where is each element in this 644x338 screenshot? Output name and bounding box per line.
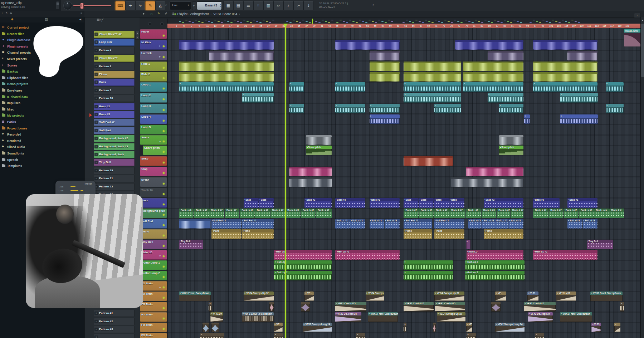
collapse-icon[interactable]: ▴ [159, 286, 161, 289]
track-led[interactable] [163, 214, 165, 216]
track-header[interactable]: Track 16 [140, 188, 167, 197]
track-led[interactable] [163, 130, 165, 132]
master-pitch-thumb[interactable] [80, 3, 84, 9]
tempo-tap-panel-button[interactable]: ➣ [293, 1, 303, 10]
pattern-item[interactable]: ≡Soft Pad [94, 127, 135, 134]
clip[interactable]: Soft..d #3 [385, 219, 400, 229]
clip[interactable]: Tiny Bell [587, 240, 613, 249]
link-button[interactable]: ✎ [145, 1, 155, 10]
clip[interactable]: Back..k #2 [533, 209, 548, 218]
clip[interactable]: ▾ [466, 240, 470, 249]
clip[interactable] [451, 177, 523, 187]
mixer-panel-button[interactable]: ⌗ [253, 1, 263, 10]
track-led[interactable] [163, 45, 165, 47]
clip[interactable]: Soft Pad #2 [404, 219, 432, 229]
clip[interactable] [606, 82, 624, 92]
clip[interactable]: Bass #1 [567, 198, 597, 208]
arrangement-overview[interactable] [167, 19, 644, 24]
clip[interactable]: VEC4 Sweeps Up 32 [366, 292, 384, 301]
clip[interactable]: Back..uck [594, 209, 609, 218]
pattern-item[interactable]: ≡Background pluck #2 [94, 135, 135, 142]
add-icon[interactable]: + [159, 55, 161, 59]
clip[interactable]: VFX2 Do..eeps 24 [335, 312, 362, 322]
track-header[interactable]: Snare▴ [140, 135, 167, 145]
clip[interactable] [179, 62, 274, 71]
scroll-right-button[interactable]: › [634, 13, 640, 18]
slip-icon[interactable]: ↔ [186, 12, 189, 15]
track-header[interactable]: Loop 5 [140, 125, 167, 134]
clip[interactable]: VUF1 120BP..s Sidechain [242, 312, 274, 322]
track-header[interactable]: Hi Kick+ [140, 40, 167, 50]
clip[interactable]: VE.. [304, 292, 314, 301]
clip[interactable]: Back..k #2 [564, 209, 579, 218]
scroll-up-icon[interactable]: ▲ [641, 18, 644, 22]
clip[interactable]: Bass [244, 198, 259, 208]
clip[interactable] [200, 333, 224, 338]
track-led[interactable] [163, 67, 165, 69]
pattern-item[interactable]: ≡Pattern 19 [94, 167, 135, 174]
track-led[interactable] [163, 266, 165, 268]
clip[interactable]: Back..k #2 [255, 209, 270, 218]
clip[interactable] [404, 156, 453, 166]
snap-selector[interactable]: Line▸ [170, 1, 191, 10]
clip[interactable] [488, 93, 523, 103]
clip[interactable]: Soft..d #3 [508, 219, 523, 229]
clip[interactable]: Piano [211, 229, 241, 239]
clip[interactable] [179, 219, 211, 229]
clip[interactable]: Soft..d #3 [468, 219, 481, 229]
clip[interactable] [370, 72, 400, 82]
pattern-item[interactable]: ≡Pattern 22 [94, 183, 135, 190]
track-header[interactable]: Piano [140, 229, 167, 239]
plus-icon[interactable]: ✚ [11, 18, 14, 21]
clip[interactable]: Back..k #2 [316, 209, 332, 218]
track-header[interactable]: Break [140, 177, 167, 187]
clip[interactable]: Piano [404, 229, 432, 239]
browser-item[interactable]: ✚Rendered [1, 138, 83, 144]
clip[interactable] [179, 82, 274, 92]
clip[interactable]: Back..k #2 [511, 209, 523, 218]
clip[interactable] [335, 40, 400, 50]
track-header[interactable]: Guitar Loop 1 [140, 260, 167, 270]
clip[interactable]: VFX2 Sweeps Long 14 [495, 323, 525, 332]
browser-item[interactable]: Demo projects [1, 82, 83, 87]
clip[interactable] [289, 177, 332, 187]
clip[interactable] [434, 104, 462, 113]
paint-icon[interactable]: ✐ [165, 12, 167, 15]
browser-item[interactable]: ✚Sliced audio [1, 144, 83, 150]
pattern-item[interactable]: ≡Pattern 9 [94, 87, 135, 94]
master-volume-knob[interactable] [63, 1, 72, 10]
pattern-item[interactable]: ≡ [94, 334, 135, 338]
clip[interactable]: Soft..d #3 [370, 219, 385, 229]
clip[interactable]: Back..k #2 [301, 209, 316, 218]
clip[interactable]: Soft Pad #2 [242, 219, 274, 229]
clip[interactable] [274, 333, 283, 338]
clip[interactable] [289, 82, 304, 92]
clip[interactable] [404, 82, 461, 92]
mini-slider[interactable] [56, 1, 59, 9]
track-led[interactable] [163, 224, 165, 226]
track-header[interactable]: Loop 3 [140, 104, 167, 113]
clip[interactable]: Tiny Bell [179, 240, 203, 249]
loop-record-icon[interactable]: ∩ [165, 3, 167, 7]
clip[interactable] [614, 323, 620, 332]
speaker-icon[interactable]: ◄ [79, 18, 82, 21]
track-led[interactable] [163, 56, 165, 58]
pattern-item[interactable]: ≡Soft Pad #2 [94, 119, 135, 126]
track-led[interactable] [163, 162, 165, 163]
clip[interactable] [370, 104, 400, 113]
piano-icon[interactable]: ▦ [97, 18, 100, 21]
track-header[interactable]: Lo Kick+ [140, 51, 167, 60]
track-header[interactable]: Main LD▾ [140, 250, 167, 260]
clip[interactable]: Back..k #2 [497, 209, 510, 218]
track-led[interactable] [163, 98, 165, 100]
draw-icon[interactable]: ✎ [157, 12, 160, 15]
clip[interactable] [491, 302, 501, 312]
pattern-item[interactable]: ≡Piano [94, 71, 135, 78]
save-panel-button[interactable]: ⇓ [303, 1, 313, 10]
typing-keyboard-button[interactable]: ⌨ [115, 1, 125, 10]
clip[interactable]: VOX1 Front_SweepDown [368, 312, 398, 322]
track-led[interactable] [163, 109, 165, 111]
track-led[interactable] [163, 318, 165, 319]
clip[interactable]: VEC4 Sweeps Up 32 [437, 312, 465, 322]
track-led[interactable] [163, 286, 165, 288]
